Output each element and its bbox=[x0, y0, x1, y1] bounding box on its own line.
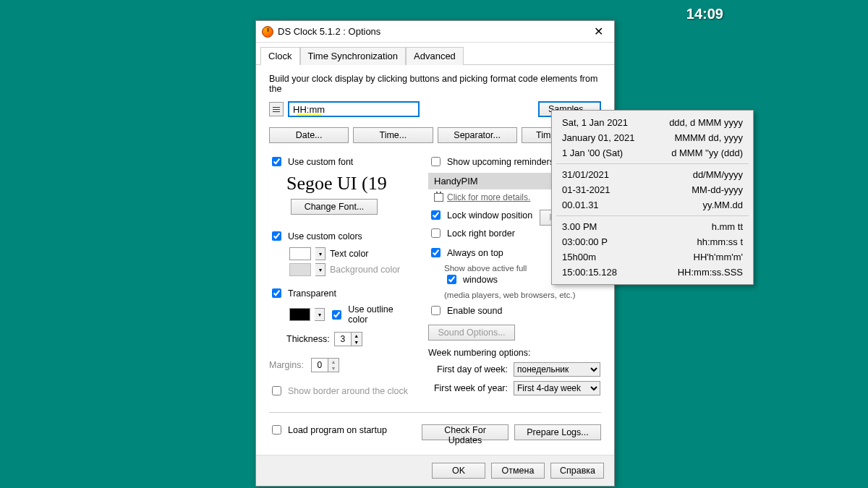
sample-preview: Sat, 1 Jan 2021 bbox=[562, 117, 628, 128]
samples-menu-item[interactable]: 15h00mHH'h'mm'm' bbox=[552, 249, 753, 265]
cancel-button[interactable]: Отмена bbox=[491, 463, 545, 479]
enable-sound-checkbox[interactable]: Enable sound bbox=[428, 304, 601, 317]
thickness-input[interactable] bbox=[334, 332, 352, 346]
first-week-label: First week of year: bbox=[428, 383, 508, 393]
show-above-label: windows bbox=[463, 275, 498, 285]
handypim-link-text: Click for more details. bbox=[447, 192, 530, 202]
titlebar: DS Clock 5.1.2 : Options ✕ bbox=[256, 21, 614, 43]
sample-format: h.mm tt bbox=[712, 221, 743, 232]
separator bbox=[269, 412, 601, 413]
lock-window-checkbox[interactable]: Lock window position bbox=[428, 208, 532, 222]
load-startup-label: Load program on startup bbox=[288, 425, 387, 435]
samples-menu-item[interactable]: 31/01/2021dd/MM/yyyy bbox=[552, 167, 753, 182]
tab-strip: Clock Time Synchronization Advanced bbox=[256, 43, 614, 65]
prepare-logs-button[interactable]: Prepare Logs... bbox=[514, 424, 601, 440]
sample-preview: 03:00:00 P bbox=[562, 236, 608, 247]
use-outline-checkbox[interactable]: Use outline color bbox=[329, 304, 414, 325]
tab-time-sync[interactable]: Time Synchronization bbox=[300, 47, 407, 65]
use-custom-font-label: Use custom font bbox=[288, 157, 353, 167]
samples-menu-item[interactable]: 03:00:00 Phh:mm:ss t bbox=[552, 234, 753, 249]
first-day-label: First day of week: bbox=[428, 364, 508, 374]
thickness-up[interactable]: ▲ bbox=[352, 333, 362, 339]
show-border-label: Show border around the clock bbox=[288, 386, 408, 396]
desktop-clock-display: 14:09 bbox=[686, 6, 723, 22]
sample-preview: 15h00m bbox=[562, 252, 596, 262]
format-input-wrap bbox=[288, 101, 534, 117]
time-button[interactable]: Time... bbox=[353, 127, 433, 143]
tab-advanced[interactable]: Advanced bbox=[406, 47, 464, 65]
use-custom-colors-label: Use custom colors bbox=[288, 231, 362, 241]
close-button[interactable]: ✕ bbox=[588, 24, 608, 40]
week-numbering-label: Week numbering options: bbox=[428, 348, 601, 358]
alignment-button[interactable] bbox=[269, 102, 284, 116]
show-border-checkbox[interactable]: Show border around the clock bbox=[269, 384, 414, 398]
load-startup-checkbox[interactable]: Load program on startup bbox=[269, 423, 416, 437]
bg-color-label: Background color bbox=[330, 265, 400, 275]
format-string-input[interactable] bbox=[288, 101, 420, 117]
sample-format: MMMM dd, yyyy bbox=[674, 132, 743, 143]
calendar-icon bbox=[434, 193, 443, 202]
app-icon bbox=[262, 26, 273, 38]
sample-format: HH'h'mm'm' bbox=[694, 252, 743, 262]
date-button[interactable]: Date... bbox=[269, 127, 349, 143]
sample-preview: 00.01.31 bbox=[562, 200, 599, 210]
samples-menu-item[interactable]: 15:00:15.128HH:mm:ss.SSS bbox=[552, 265, 753, 280]
samples-menu-item[interactable]: January 01, 2021MMMM dd, yyyy bbox=[552, 130, 753, 145]
use-custom-colors-checkbox[interactable]: Use custom colors bbox=[269, 229, 414, 243]
text-color-dropdown[interactable]: ▾ bbox=[315, 247, 326, 260]
transparent-label: Transparent bbox=[288, 288, 336, 299]
first-week-select[interactable]: First 4-day week bbox=[514, 381, 600, 395]
sample-format: ddd, d MMM yyyy bbox=[669, 117, 743, 128]
thickness-down[interactable]: ▼ bbox=[352, 339, 362, 346]
sample-preview: 15:00:15.128 bbox=[562, 267, 617, 278]
enable-sound-label: Enable sound bbox=[447, 306, 502, 316]
use-outline-label: Use outline color bbox=[348, 304, 414, 325]
sound-options-button[interactable]: Sound Options... bbox=[428, 325, 515, 341]
change-font-button[interactable]: Change Font... bbox=[291, 199, 378, 215]
samples-menu-item[interactable]: 3.00 PMh.mm tt bbox=[552, 219, 753, 234]
text-color-swatch[interactable] bbox=[289, 247, 311, 260]
separator-button[interactable]: Separator... bbox=[438, 127, 517, 143]
help-button[interactable]: Справка bbox=[550, 463, 604, 479]
sample-format: HH:mm:ss.SSS bbox=[678, 267, 743, 278]
always-on-top-label: Always on top bbox=[447, 248, 503, 258]
check-updates-button[interactable]: Check For Updates bbox=[422, 424, 509, 440]
show-above-note: (media players, web browsers, etc.) bbox=[444, 291, 601, 299]
margins-up[interactable]: ▲ bbox=[328, 359, 339, 365]
outline-color-dropdown[interactable]: ▾ bbox=[315, 308, 325, 321]
font-preview: Segoe UI (19 bbox=[286, 173, 414, 194]
transparent-checkbox[interactable]: Transparent bbox=[269, 286, 414, 300]
bg-color-dropdown: ▾ bbox=[315, 263, 326, 276]
bg-color-swatch bbox=[289, 263, 311, 276]
sample-format: MM-dd-yyyy bbox=[692, 184, 743, 195]
dialog-button-bar: OK Отмена Справка bbox=[256, 455, 614, 486]
window-title: DS Clock 5.1.2 : Options bbox=[278, 26, 588, 37]
margins-down[interactable]: ▼ bbox=[328, 365, 339, 372]
thickness-label: Thickness: bbox=[286, 334, 330, 344]
samples-dropdown-menu: Sat, 1 Jan 2021ddd, d MMM yyyyJanuary 01… bbox=[551, 110, 754, 285]
samples-menu-item[interactable]: 1 Jan '00 (Sat)d MMM ''yy (ddd) bbox=[552, 145, 753, 160]
sample-preview: January 01, 2021 bbox=[562, 132, 634, 143]
menu-separator bbox=[556, 163, 749, 164]
outline-color-swatch[interactable] bbox=[289, 308, 310, 321]
use-custom-font-checkbox[interactable]: Use custom font bbox=[269, 155, 414, 168]
text-color-label: Text color bbox=[330, 249, 369, 259]
lock-window-label: Lock window position bbox=[447, 210, 532, 221]
sample-format: hh:mm:ss t bbox=[697, 236, 743, 247]
margins-input[interactable] bbox=[311, 358, 328, 372]
samples-menu-item[interactable]: 01-31-2021MM-dd-yyyy bbox=[552, 182, 753, 197]
instruction-text: Build your clock display by clicking but… bbox=[269, 74, 601, 94]
sample-preview: 31/01/2021 bbox=[562, 169, 609, 180]
sample-preview: 3.00 PM bbox=[562, 221, 597, 232]
lock-right-label: Lock right border bbox=[447, 228, 515, 239]
sample-format: d MMM ''yy (ddd) bbox=[671, 147, 743, 158]
sample-preview: 1 Jan '00 (Sat) bbox=[562, 147, 623, 158]
samples-menu-item[interactable]: 00.01.31yy.MM.dd bbox=[552, 197, 753, 213]
tab-clock[interactable]: Clock bbox=[260, 47, 300, 65]
sample-format: dd/MM/yyyy bbox=[693, 169, 743, 180]
show-reminders-label: Show upcoming reminders f bbox=[447, 157, 559, 167]
first-day-select[interactable]: понедельник bbox=[514, 362, 600, 377]
ok-button[interactable]: OK bbox=[432, 463, 485, 479]
samples-menu-item[interactable]: Sat, 1 Jan 2021ddd, d MMM yyyy bbox=[552, 115, 753, 130]
menu-separator bbox=[556, 215, 749, 216]
